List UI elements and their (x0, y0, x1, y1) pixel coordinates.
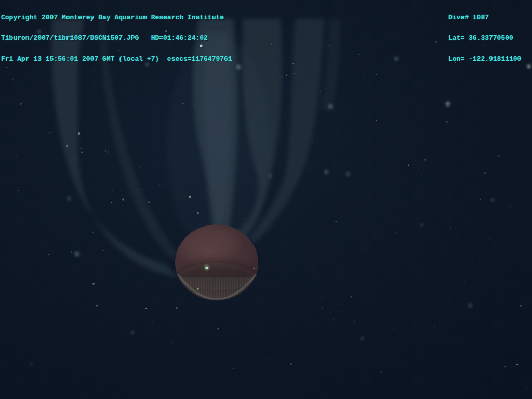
marine-snow-particle (502, 221, 503, 221)
marine-snow-particle (333, 143, 334, 144)
marine-snow-blob (346, 172, 350, 176)
overlay-copyright-line: Copyright 2007 Monterey Bay Aquarium Res… (1, 14, 232, 21)
marine-snow-particle (82, 152, 83, 153)
marine-snow-particle (233, 368, 234, 369)
overlay-file-line: Tiburon/2007/tibr1087/DSCN1507.JPG HD=01… (1, 35, 232, 42)
marine-snow-particle (24, 355, 25, 356)
marine-snow-particle (525, 252, 525, 252)
marine-snow-particle (116, 302, 117, 303)
marine-snow-particle (140, 167, 141, 168)
marine-snow-particle (376, 120, 377, 121)
marine-snow-blob (324, 170, 328, 174)
marine-snow-particle (332, 319, 334, 320)
marine-snow-particle (172, 343, 173, 344)
marine-snow-particle (480, 199, 481, 200)
marine-snow-particle (127, 205, 128, 206)
marine-snow-blob (491, 198, 495, 202)
bell (175, 224, 258, 301)
marine-snow-particle (49, 132, 50, 133)
marine-snow-particle (6, 218, 6, 219)
marine-snow-particle (393, 328, 394, 329)
marine-snow-particle (363, 105, 363, 105)
marine-snow-blob (328, 104, 333, 109)
marine-snow-blob (394, 57, 398, 61)
marine-snow-blob (236, 65, 241, 70)
marine-snow-particle (91, 187, 91, 188)
marine-snow-particle (48, 254, 49, 255)
marine-snow-particle (75, 339, 75, 340)
marine-snow-bright-particle (435, 41, 437, 43)
marine-snow-particle (31, 283, 32, 284)
marine-snow-particle (10, 178, 10, 179)
marine-snow-particle (134, 341, 135, 342)
marine-snow-particle (521, 349, 521, 350)
marine-snow-particle (486, 364, 487, 365)
marine-snow-particle (443, 305, 443, 305)
marine-snow-blob (421, 224, 423, 226)
marine-snow-particle (467, 290, 467, 290)
marine-snow-particle (491, 128, 492, 128)
marine-snow-bright-particle (92, 283, 95, 285)
bell-particle-faint (253, 267, 255, 269)
marine-snow-blob (527, 65, 531, 69)
marine-snow-particle (7, 353, 7, 353)
marine-snow-particle (516, 364, 518, 365)
marine-snow-blob (468, 303, 473, 308)
marine-snow-bright-particle (217, 328, 219, 330)
marine-snow-particle (358, 54, 360, 55)
marine-snow-bright-particle (122, 198, 124, 201)
marine-snow-particle (18, 190, 19, 191)
marine-snow-particle (434, 327, 435, 328)
marine-snow-particle (214, 342, 215, 343)
marine-snow-particle (446, 121, 448, 123)
marine-snow-particle (112, 190, 113, 191)
marine-snow-particle (520, 284, 521, 284)
marine-snow-particle (424, 159, 425, 161)
marine-snow-particle (152, 321, 153, 322)
overlay-timestamp-line: Fri Apr 13 15:56:01 2007 GMT (local +7) … (1, 56, 232, 62)
marine-snow-blob (67, 196, 71, 201)
marine-snow-particle (520, 305, 522, 307)
marine-snow-particle (410, 244, 411, 245)
marine-snow-particle (320, 284, 320, 285)
marine-snow-blob (131, 331, 134, 334)
marine-snow-bright-particle (290, 363, 292, 365)
marine-snow-blob (360, 336, 364, 340)
marine-snow-particle (320, 297, 321, 298)
marine-snow-blob (446, 102, 450, 107)
marine-snow-particle (273, 298, 274, 298)
marine-snow-particle (381, 105, 382, 106)
marine-snow-particle (122, 205, 123, 206)
marine-snow-particle (526, 304, 527, 305)
marine-snow-particle (404, 349, 404, 350)
marine-snow-particle (396, 232, 397, 233)
marine-snow-particle (81, 148, 82, 149)
overlay-top-left: Copyright 2007 Monterey Bay Aquarium Res… (1, 0, 232, 76)
marine-snow-particle (366, 249, 367, 250)
marine-snow-particle (341, 312, 342, 313)
marine-snow-particle (108, 151, 110, 153)
marine-snow-particle (464, 281, 465, 282)
marine-snow-bright-particle (498, 155, 500, 157)
marine-snow-particle (71, 251, 73, 253)
marine-snow-bright-particle (20, 103, 22, 105)
marine-snow-particle (322, 307, 323, 308)
marine-snow-particle (49, 152, 50, 153)
marine-snow-particle (285, 245, 286, 246)
marine-snow-particle (421, 175, 422, 176)
marine-snow-particle (352, 54, 352, 55)
marine-snow-particle (312, 268, 313, 269)
overlay-dive-number: Dive# 1087 (448, 14, 521, 21)
marine-snow-particle (345, 211, 345, 211)
marine-snow-particle (457, 387, 458, 388)
marine-snow-particle (103, 250, 104, 251)
marine-snow-particle (15, 156, 17, 157)
marine-snow-particle (480, 261, 481, 262)
marine-snow-particle (298, 328, 299, 329)
marine-snow-particle (526, 387, 527, 388)
marine-snow-particle (82, 181, 83, 181)
marine-snow-particle (48, 355, 49, 356)
bell-particle-small (197, 288, 199, 290)
marine-snow-bright-particle (148, 201, 150, 203)
oral-arm-right-edge (321, 19, 341, 112)
